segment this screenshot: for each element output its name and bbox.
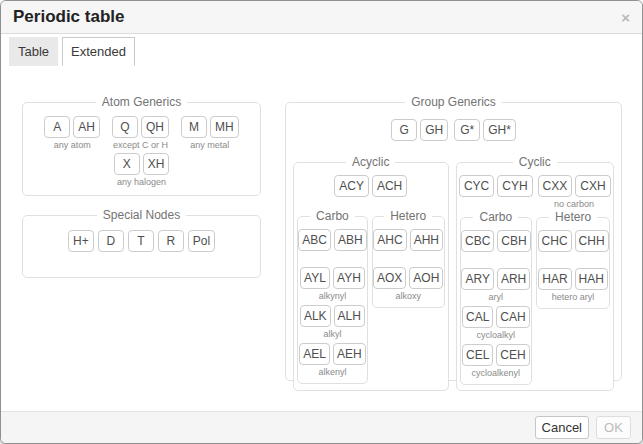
pair-group-any-halogen: X XH any halogen — [114, 153, 170, 188]
button-a[interactable]: A — [44, 116, 70, 138]
pair-group: AHC AHH — [375, 229, 442, 264]
pair-group: CBC CBH — [463, 230, 530, 265]
ok-button[interactable]: OK — [596, 416, 631, 439]
cyclic-fieldset: Cyclic CYC CYH CXX CXH — [456, 156, 614, 390]
cyclic-hetero-fieldset: Hetero CHC CHH HAR — [536, 211, 610, 308]
button-x[interactable]: X — [114, 153, 140, 175]
pair-group: CYC CYH — [459, 175, 533, 210]
button-r[interactable]: R — [158, 230, 184, 252]
button-q[interactable]: Q — [112, 116, 138, 138]
atom-generics-row-2: X XH any halogen — [29, 153, 254, 188]
acyclic-hetero-legend: Hetero — [384, 210, 432, 223]
button-cal[interactable]: CAL — [462, 306, 493, 328]
button-gh-star[interactable]: GH* — [483, 119, 516, 141]
button-cyh[interactable]: CYH — [497, 175, 532, 197]
acyclic-carbo-legend: Carbo — [310, 210, 355, 223]
button-t[interactable]: T — [128, 230, 154, 252]
button-hah[interactable]: HAH — [575, 268, 608, 290]
button-mh[interactable]: MH — [210, 116, 239, 138]
acyclic-fieldset: Acyclic ACY ACH Carbo ABC — [293, 156, 449, 390]
button-qh[interactable]: QH — [141, 116, 169, 138]
pair-caption: alkyl — [323, 330, 341, 340]
pair-caption: except C or H — [113, 141, 168, 151]
button-arh[interactable]: ARH — [497, 268, 530, 290]
cyclic-carbo-legend: Carbo — [473, 211, 518, 224]
button-cxh[interactable]: CXH — [575, 175, 610, 197]
pair-group-except-c-or-h: Q QH except C or H — [112, 116, 169, 151]
button-ahh[interactable]: AHH — [410, 229, 443, 251]
button-m[interactable]: M — [181, 116, 207, 138]
button-d[interactable]: D — [98, 230, 124, 252]
button-abh[interactable]: ABH — [334, 229, 367, 251]
atom-generics-legend: Atom Generics — [96, 96, 187, 109]
pair-caption: any metal — [190, 141, 229, 151]
pair-caption: cycloalkenyl — [472, 369, 521, 379]
button-ary[interactable]: ARY — [461, 268, 493, 290]
button-cxx[interactable]: CXX — [538, 175, 573, 197]
close-icon[interactable]: × — [621, 10, 630, 25]
button-xh[interactable]: XH — [143, 153, 170, 175]
pair-group: CHC CHH — [539, 230, 607, 265]
pair-group-hetero-aryl: HAR HAH hetero aryl — [539, 268, 607, 303]
button-ach[interactable]: ACH — [372, 175, 407, 197]
pair-caption: aryl — [489, 293, 504, 303]
button-ael[interactable]: AEL — [299, 343, 330, 365]
cyclic-legend: Cyclic — [513, 156, 557, 169]
group-generics-top-row: G GH G* GH* — [293, 119, 614, 141]
dialog-header: Periodic table × — [1, 1, 642, 34]
button-abc[interactable]: ABC — [298, 229, 331, 251]
pair-caption: any atom — [54, 141, 91, 151]
button-cel[interactable]: CEL — [462, 344, 493, 366]
special-nodes-legend: Special Nodes — [97, 209, 186, 222]
group-generics-fieldset: Group Generics G GH G* GH* Acyclic ACY — [285, 96, 622, 381]
pair-caption: no carbon — [554, 200, 594, 210]
button-g[interactable]: G — [391, 119, 417, 141]
pair-group-any-atom: A AH any atom — [44, 116, 100, 151]
button-h-plus[interactable]: H+ — [68, 230, 94, 252]
button-cbh[interactable]: CBH — [497, 230, 530, 252]
button-aeh[interactable]: AEH — [333, 343, 366, 365]
button-alk[interactable]: ALK — [300, 305, 331, 327]
pair-caption: alkynyl — [319, 292, 347, 302]
button-aox[interactable]: AOX — [373, 267, 406, 289]
button-acy[interactable]: ACY — [334, 175, 369, 197]
button-ahc[interactable]: AHC — [373, 229, 406, 251]
tab-table[interactable]: Table — [9, 37, 58, 66]
button-har[interactable]: HAR — [538, 268, 571, 290]
cyclic-carbo-fieldset: Carbo CBC CBH ARY — [460, 211, 533, 384]
button-alh[interactable]: ALH — [334, 305, 365, 327]
cancel-button[interactable]: Cancel — [535, 416, 589, 439]
dialog-content: Atom Generics A AH any atom Q QH except … — [1, 66, 642, 411]
group-generics-legend: Group Generics — [405, 96, 502, 109]
pair-caption: alkenyl — [318, 368, 346, 378]
special-nodes-fieldset: Special Nodes H+ D T R Pol — [22, 209, 261, 278]
dialog-title: Periodic table — [13, 7, 124, 27]
button-g-star[interactable]: G* — [454, 119, 480, 141]
pair-group-cycloalkenyl: CEL CEH cycloalkenyl — [463, 344, 530, 379]
acyclic-top-row: ACY ACH — [297, 175, 445, 197]
button-chc[interactable]: CHC — [538, 230, 572, 252]
button-pol[interactable]: Pol — [188, 230, 215, 252]
cyclic-hetero-legend: Hetero — [549, 211, 597, 224]
button-aoh[interactable]: AOH — [409, 267, 443, 289]
button-cyc[interactable]: CYC — [459, 175, 494, 197]
pair-group: ABC ABH — [300, 229, 365, 264]
button-ah[interactable]: AH — [73, 116, 100, 138]
button-cah[interactable]: CAH — [496, 306, 529, 328]
pair-caption: any halogen — [117, 178, 166, 188]
button-gh[interactable]: GH — [420, 119, 448, 141]
pair-group-alkenyl: AEL AEH alkenyl — [300, 343, 365, 378]
pair-group-cycloalkyl: CAL CAH cycloalkyl — [463, 306, 530, 341]
button-ayh[interactable]: AYH — [333, 267, 365, 289]
button-ceh[interactable]: CEH — [496, 344, 529, 366]
pair-caption: alkoxy — [395, 292, 421, 302]
acyclic-carbo-fieldset: Carbo ABC ABH AYL — [297, 210, 368, 383]
pair-group-alkoxy: AOX AOH alkoxy — [375, 267, 442, 302]
button-chh[interactable]: CHH — [575, 230, 609, 252]
pair-group-any-metal: M MH any metal — [181, 116, 239, 151]
button-ayl[interactable]: AYL — [300, 267, 330, 289]
tab-bar: Table Extended — [1, 34, 642, 66]
special-nodes-row: H+ D T R Pol — [29, 230, 254, 252]
tab-extended[interactable]: Extended — [62, 37, 135, 66]
button-cbc[interactable]: CBC — [461, 230, 494, 252]
